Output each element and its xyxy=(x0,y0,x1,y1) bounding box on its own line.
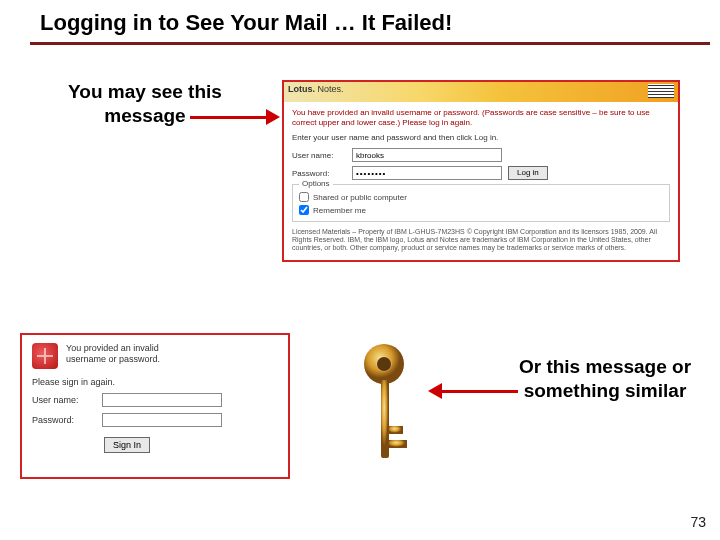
lead-message-2: Or this message or something similar xyxy=(490,355,720,403)
lotus-brand-b: Notes. xyxy=(318,84,344,94)
options-legend: Options xyxy=(299,179,333,188)
signin-sub-text: Please sign in again. xyxy=(32,377,278,387)
login-button[interactable]: Log in xyxy=(508,166,548,180)
lead-line-1: You may see this xyxy=(68,81,222,102)
lotus-brand-a: Lotus. xyxy=(288,84,315,94)
signin-error-text: You provided an invalid username or pass… xyxy=(66,343,160,365)
remember-me-label: Remember me xyxy=(313,206,366,215)
key-icon xyxy=(350,340,440,470)
signin-username-label: User name: xyxy=(32,395,102,405)
lead2-line-2: something similar xyxy=(524,380,687,401)
login-instruction: Enter your user name and password and th… xyxy=(292,133,670,142)
username-input[interactable] xyxy=(352,148,502,162)
error-icon xyxy=(32,343,58,369)
lotus-header-bar: Lotus. Notes. xyxy=(284,82,678,102)
svg-rect-5 xyxy=(389,440,407,448)
page-number: 73 xyxy=(690,514,706,530)
signin-button[interactable]: Sign In xyxy=(104,437,150,453)
username-label: User name: xyxy=(292,151,352,160)
remember-me-checkbox[interactable] xyxy=(299,205,309,215)
svg-rect-3 xyxy=(381,380,389,458)
arrow-right-icon xyxy=(190,112,280,122)
lead-line-2: message xyxy=(104,105,185,126)
options-group: Options Shared or public computer Rememb… xyxy=(292,184,670,222)
password-input[interactable] xyxy=(352,166,502,180)
signin-error-line-1: You provided an invalid xyxy=(66,343,159,353)
license-footer: Licensed Materials – Property of IBM L-G… xyxy=(292,228,670,252)
lotus-login-error-screenshot: Lotus. Notes. You have provided an inval… xyxy=(282,80,680,262)
svg-rect-4 xyxy=(389,426,403,434)
signin-error-line-2: username or password. xyxy=(66,354,160,364)
page-title: Logging in to See Your Mail … It Failed! xyxy=(0,0,720,42)
signin-username-input[interactable] xyxy=(102,393,222,407)
signin-password-label: Password: xyxy=(32,415,102,425)
error-message-text: You have provided an invalid username or… xyxy=(292,108,670,127)
shared-computer-checkbox[interactable] xyxy=(299,192,309,202)
svg-point-2 xyxy=(377,357,391,371)
lotus-logo: Lotus. Notes. xyxy=(288,84,344,94)
shared-computer-label: Shared or public computer xyxy=(313,193,407,202)
signin-error-screenshot: You provided an invalid username or pass… xyxy=(20,333,290,479)
lead2-line-1: Or this message or xyxy=(519,356,691,377)
password-label: Password: xyxy=(292,169,352,178)
signin-password-input[interactable] xyxy=(102,413,222,427)
title-underline xyxy=(30,42,710,45)
header-graphic-icon xyxy=(648,84,674,98)
